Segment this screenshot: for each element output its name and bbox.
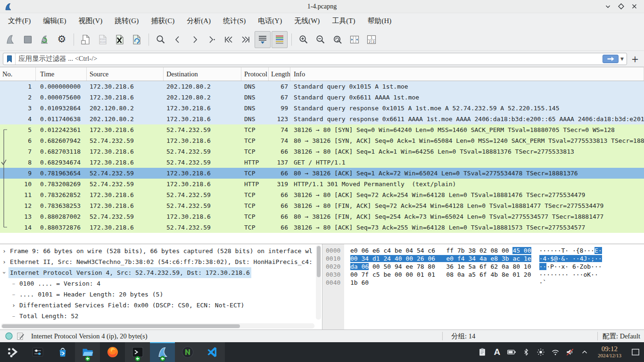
packet-row-3[interactable]: 30.010932864202.120.80.2172.30.218.6DNS9…: [0, 103, 644, 114]
resize-columns-icon[interactable]: [347, 31, 363, 48]
clipboard-icon[interactable]: [476, 342, 489, 362]
open-file-icon[interactable]: [78, 31, 94, 48]
zoom-in-icon[interactable]: [296, 31, 312, 48]
save-file-icon[interactable]: 01010110: [95, 31, 111, 48]
hex-ascii[interactable]: ······T· ·{8···E·: [539, 247, 602, 254]
vscode-icon[interactable]: [200, 342, 225, 362]
col-info[interactable]: Info: [290, 67, 644, 81]
menu-view[interactable]: 视图(V): [73, 15, 109, 27]
col-no[interactable]: No.: [0, 67, 36, 81]
go-back-icon[interactable]: [170, 31, 186, 48]
display-filter-input[interactable]: [16, 53, 603, 65]
auto-scroll-icon[interactable]: [255, 31, 271, 48]
filter-bookmark-icon[interactable]: [3, 53, 16, 65]
menu-wireless[interactable]: 无线(W): [288, 15, 326, 27]
detail-line[interactable]: ›Internet Protocol Version 4, Src: 52.74…: [0, 267, 322, 278]
file-manager-icon[interactable]: [75, 342, 100, 362]
menu-statistics[interactable]: 统计(S): [217, 15, 252, 27]
menu-edit[interactable]: 编辑(E): [37, 15, 72, 27]
packet-row-11[interactable]: 110.783262852172.30.218.652.74.232.59TCP…: [0, 189, 644, 200]
apply-filter-icon[interactable]: [603, 55, 619, 63]
hex-ascii[interactable]: ·`: [539, 279, 550, 286]
bluetooth-icon[interactable]: [520, 342, 533, 362]
show-desktop-icon[interactable]: [631, 342, 640, 362]
packet-row-1[interactable]: 10.000000000172.30.218.6202.120.80.2DNS6…: [0, 81, 644, 92]
filter-dropdown-caret-icon[interactable]: ▼: [619, 57, 627, 61]
firefox-icon[interactable]: [100, 342, 125, 362]
expert-info-icon[interactable]: [5, 332, 13, 340]
expander-icon[interactable]: ›: [0, 269, 10, 277]
layout-pages-icon[interactable]: 123: [363, 31, 380, 48]
volume-muted-icon[interactable]: [564, 342, 577, 362]
packet-row-2[interactable]: 20.000075600172.30.218.6202.120.80.2DNS6…: [0, 92, 644, 103]
tray-expand-icon[interactable]: [578, 342, 591, 362]
detail-line[interactable]: ›Differentiated Services Field: 0x00 (DS…: [0, 300, 322, 311]
hex-row-0020[interactable]: 0020da 06 00 50 94 ee 78 80 36 1e 5a 6f …: [322, 263, 644, 271]
maximize-icon[interactable]: [617, 2, 625, 11]
packet-row-4[interactable]: 40.011740638202.120.80.2172.30.218.6DNS1…: [0, 114, 644, 124]
stop-capture-icon[interactable]: [20, 31, 36, 48]
detail-line[interactable]: ›Frame 9: 66 bytes on wire (528 bits), 6…: [0, 246, 322, 256]
packet-row-10[interactable]: 100.78320826952.74.232.59172.30.218.6HTT…: [0, 179, 644, 189]
detail-line[interactable]: –.... 0101 = Header Length: 20 bytes (5): [0, 289, 322, 300]
detail-line[interactable]: ›Ethernet II, Src: NewH3CTechno_7b:38:02…: [0, 256, 322, 267]
hex-ascii[interactable]: ·4·$@·&· ··4J·;··: [539, 255, 602, 262]
hex-bytes[interactable]: 1b 60: [350, 279, 531, 287]
hex-bytes[interactable]: da 06 00 50 94 ee 78 80 36 1e 5a 6f 62 0…: [350, 263, 531, 271]
clock[interactable]: 09:12 2024/12/13: [593, 346, 626, 358]
expander-icon[interactable]: ›: [0, 256, 8, 267]
packet-row-5[interactable]: 50.012242361172.30.218.652.74.232.59TCP7…: [0, 124, 644, 135]
detail-horizontal-scrollbar[interactable]: [1, 323, 314, 329]
hex-bytes[interactable]: 00 34 d1 24 40 00 26 06 e0 f4 34 4a e8 3…: [350, 255, 531, 263]
packet-row-8[interactable]: 80.682934674172.30.218.652.74.232.59HTTP…: [0, 157, 644, 168]
minimize-icon[interactable]: [603, 2, 612, 11]
system-settings-icon[interactable]: [25, 342, 50, 362]
menu-telephony[interactable]: 电话(Y): [252, 15, 288, 27]
hex-row-0030[interactable]: 003000 7f c5 be 00 00 01 01 08 0a a5 6f …: [322, 271, 644, 279]
zoom-reset-icon[interactable]: [330, 31, 346, 48]
packet-row-6[interactable]: 60.68260794252.74.232.59172.30.218.6TCP7…: [0, 135, 644, 146]
hex-bytes[interactable]: 00 7f c5 be 00 00 01 01 08 0a a5 6f 4b 8…: [350, 271, 531, 279]
start-capture-icon[interactable]: [3, 31, 19, 48]
terminal-icon[interactable]: [125, 342, 150, 362]
restart-capture-icon[interactable]: [37, 31, 53, 48]
neovim-icon[interactable]: [175, 342, 200, 362]
menu-tools[interactable]: 工具(T): [326, 15, 361, 27]
menu-capture[interactable]: 捕获(C): [145, 15, 181, 27]
find-packet-icon[interactable]: [153, 31, 169, 48]
close-icon[interactable]: [630, 2, 638, 11]
zoom-out-icon[interactable]: [313, 31, 329, 48]
wifi-icon[interactable]: [549, 342, 562, 362]
input-method-icon[interactable]: A: [491, 342, 504, 362]
colorize-icon[interactable]: [272, 31, 288, 48]
packet-row-14[interactable]: 140.880372876172.30.218.652.74.232.59TCP…: [0, 222, 644, 233]
discover-store-icon[interactable]: [50, 342, 75, 362]
hex-bytes[interactable]: e0 06 e6 c4 be 04 54 c6 ff 7b 38 02 08 0…: [350, 247, 531, 255]
hex-row-0000[interactable]: 0000e0 06 e6 c4 be 04 54 c6 ff 7b 38 02 …: [322, 247, 644, 255]
col-length[interactable]: Length: [269, 67, 290, 81]
wireshark-task-icon[interactable]: [150, 342, 175, 362]
col-source[interactable]: Source: [87, 67, 164, 81]
menu-file[interactable]: 文件(F): [2, 15, 37, 27]
capture-comment-icon[interactable]: [16, 332, 25, 340]
app-launcher-icon[interactable]: [0, 342, 25, 362]
menu-help[interactable]: 帮助(H): [361, 15, 397, 27]
go-last-icon[interactable]: [238, 31, 254, 48]
hex-row-0040[interactable]: 00401b 60 ·`: [322, 279, 644, 287]
detail-line[interactable]: –Total Length: 52: [0, 311, 322, 321]
status-profile[interactable]: 配置: Default: [598, 332, 644, 341]
go-forward-icon[interactable]: [187, 31, 203, 48]
menu-analyze[interactable]: 分析(A): [181, 15, 217, 27]
go-first-icon[interactable]: [221, 31, 237, 48]
capture-options-icon[interactable]: ⚙: [54, 31, 70, 48]
brightness-icon[interactable]: [535, 342, 547, 362]
battery-icon[interactable]: [505, 342, 518, 362]
packet-row-7[interactable]: 70.682703118172.30.218.652.74.232.59TCP6…: [0, 146, 644, 157]
hex-ascii[interactable]: ···P··x· 6·Zob···: [539, 263, 602, 270]
packet-row-12[interactable]: 120.783638253172.30.218.652.74.232.59TCP…: [0, 200, 644, 211]
detail-vertical-scrollbar[interactable]: [316, 245, 321, 320]
col-protocol[interactable]: Protocol: [241, 67, 269, 81]
detail-line[interactable]: –0100 .... = Version: 4: [0, 278, 322, 289]
reload-file-icon[interactable]: [129, 31, 145, 48]
col-time[interactable]: Time: [36, 67, 87, 81]
